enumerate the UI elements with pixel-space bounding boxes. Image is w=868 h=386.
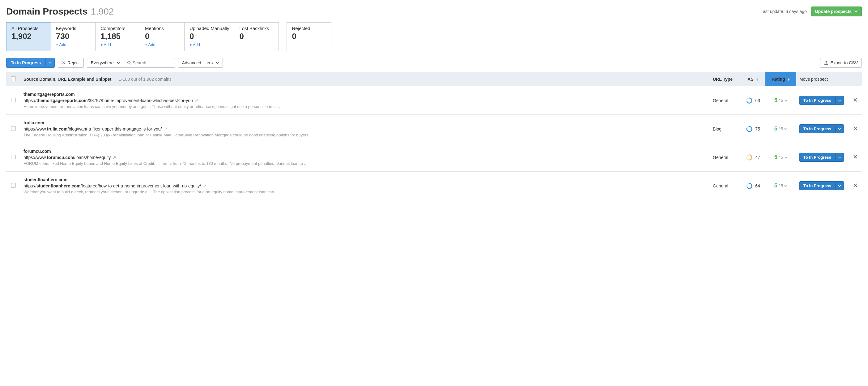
authority-score: 47 [755,155,760,160]
column-header-rating[interactable]: Rating [772,77,785,82]
close-icon [853,183,858,188]
remove-prospect-button[interactable] [853,127,858,132]
stat-card-keywords[interactable]: Keywords730+ Add [51,22,95,51]
title-count: 1,902 [91,6,114,17]
remove-prospect-button[interactable] [853,184,858,189]
stat-value: 1,902 [11,32,46,41]
stat-add-link[interactable]: + Add [189,42,229,47]
rating-cell[interactable]: 5/ 5 [769,125,793,132]
table-row: forumcu.comhttps://www.forumcu.com/loans… [6,143,862,172]
export-icon [824,61,829,65]
advanced-filters-button[interactable]: Advanced filters [178,58,223,68]
to-in-progress-button[interactable]: To In Progress [6,58,45,68]
prospect-url[interactable]: https://themortgagereports.com/38797/hom… [24,98,707,103]
export-csv-label: Export to CSV [830,60,858,65]
row-checkbox[interactable] [11,126,16,131]
stat-label: Lost Backlinks [239,26,274,31]
select-all-checkbox[interactable] [11,77,16,81]
chevron-down-icon [49,61,52,64]
chevron-down-icon [216,61,219,64]
stat-add-link[interactable]: + Add [100,42,135,47]
move-dropdown[interactable] [835,124,844,133]
stat-card-rejected[interactable]: Rejected0 [286,22,331,51]
external-link-icon: ↗ [163,126,167,131]
column-header-move: Move prospect [799,77,828,82]
chevron-down-icon [784,127,787,130]
rating-max: / 5 [779,126,783,131]
stat-label: Rejected [292,26,326,31]
move-dropdown[interactable] [835,181,844,190]
remove-prospect-button[interactable] [853,155,858,160]
last-update-text: Last update: 6 days ago [761,9,806,14]
update-prospects-label: Update prospects [815,9,851,14]
rating-cell[interactable]: 5/ 5 [769,154,793,160]
column-header-source: Source Domain, URL Example and Snippet [24,77,111,82]
move-to-in-progress-button[interactable]: To In Progress [799,181,835,190]
stat-card-competitors[interactable]: Competitors1,185+ Add [95,22,140,51]
stat-value: 730 [56,32,90,41]
svg-point-0 [127,61,130,64]
search-icon [127,61,131,65]
scope-select[interactable]: Everywhere [87,58,124,68]
row-checkbox[interactable] [11,98,16,102]
move-to-in-progress-button[interactable]: To In Progress [799,124,835,133]
prospect-domain: forumcu.com [24,149,707,154]
rating-cell[interactable]: 5/ 5 [769,97,793,103]
close-icon [853,126,858,131]
prospect-domain: themortgagereports.com [24,92,707,97]
search-input[interactable] [131,58,172,67]
export-csv-button[interactable]: Export to CSV [820,58,862,68]
close-icon [853,154,858,159]
page-title: Domain Prospects [6,6,88,17]
reject-label: Reject [67,60,80,65]
prospect-snippet: FORUM offers fixed Home Equity Loans and… [24,161,707,166]
rating-cell[interactable]: 5/ 5 [769,182,793,189]
authority-score: 63 [755,98,760,103]
stat-card-uploaded-manually[interactable]: Uploaded Manually0+ Add [184,22,234,51]
prospect-snippet: Home improvement or renovation loans can… [24,104,707,109]
stat-card-all-prospects[interactable]: All Prospects1,902 [6,22,51,51]
chevron-down-icon [838,127,841,130]
chevron-down-icon [784,156,787,159]
prospect-snippet: The Federal Housing Administration (FHA)… [24,133,707,137]
scope-label: Everywhere [91,60,114,65]
sort-icon: ▲▼ [756,78,758,81]
column-header-as[interactable]: AS [747,77,753,82]
stat-add-link[interactable]: + Add [145,42,179,47]
move-to-in-progress-button[interactable]: To In Progress [799,96,835,105]
authority-score: 75 [755,126,760,131]
move-dropdown[interactable] [835,96,844,105]
authority-ring-icon [746,154,753,161]
stat-label: All Prospects [11,26,46,31]
move-to-in-progress-button[interactable]: To In Progress [799,153,835,162]
reject-button[interactable]: ✕ Reject [58,58,84,68]
stat-label: Mentions [145,26,179,31]
stat-card-mentions[interactable]: Mentions0+ Add [140,22,185,51]
row-checkbox[interactable] [11,183,16,188]
remove-prospect-button[interactable] [853,98,858,103]
chevron-down-icon [784,99,787,102]
prospect-url[interactable]: https://www.forumcu.com/loans/home-equit… [24,155,707,160]
authority-ring-icon [746,182,753,189]
chevron-down-icon [784,184,787,187]
stat-value: 0 [145,32,179,41]
stat-value: 0 [189,32,229,41]
update-prospects-button[interactable]: Update prospects [811,6,862,17]
stat-add-link[interactable]: + Add [56,42,90,47]
row-checkbox[interactable] [11,155,16,159]
sort-icon: ▲▼ [787,78,790,81]
prospect-domain: trulia.com [24,120,707,125]
chevron-down-icon [838,184,841,187]
url-type-cell: General [710,86,741,115]
prospect-url[interactable]: https://studentloanhero.com/featured/how… [24,183,707,188]
prospect-url[interactable]: https://www.trulia.com/blog/want-a-fixer… [24,126,707,131]
stat-card-lost-backlinks[interactable]: Lost Backlinks0 [234,22,279,51]
rating-value: 5 [774,97,777,103]
table-row: trulia.comhttps://www.trulia.com/blog/wa… [6,115,862,143]
url-type-cell: General [710,172,741,200]
move-dropdown[interactable] [835,153,844,162]
external-link-icon: ↗ [203,183,207,188]
close-icon [853,97,858,102]
external-link-icon: ↗ [195,98,198,103]
to-in-progress-dropdown[interactable] [45,58,55,68]
